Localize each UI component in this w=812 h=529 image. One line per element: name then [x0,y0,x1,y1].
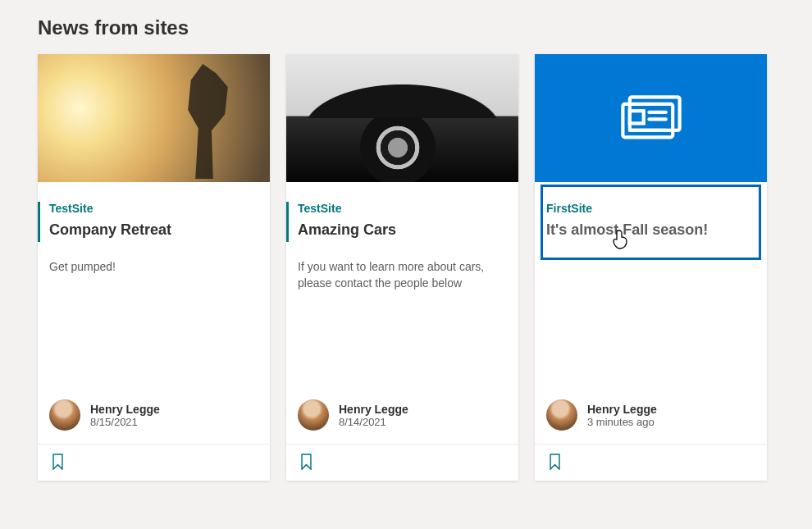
news-icon [620,93,682,143]
site-name-link[interactable]: TestSite [49,202,258,215]
news-card-list: TestSite Company Retreat Get pumped! Hen… [38,54,774,481]
news-card[interactable]: FirstSite It's almost Fall season! Henry… [535,54,767,481]
news-card-image [286,54,518,182]
post-title[interactable]: It's almost Fall season! [546,221,755,239]
avatar[interactable] [49,399,80,431]
news-card-image [535,54,767,182]
avatar[interactable] [546,399,577,431]
section-title: News from sites [38,16,774,39]
news-card[interactable]: TestSite Amazing Cars If you want to lea… [286,54,518,481]
author-name: Henry Legge [339,403,408,416]
author-row: Henry Legge 8/15/2021 [49,399,258,444]
author-row: Henry Legge 3 minutes ago [546,399,755,444]
bookmark-button[interactable] [546,453,563,472]
bookmark-button[interactable] [298,453,314,472]
site-name-link[interactable]: TestSite [298,202,507,215]
bookmark-button[interactable] [49,453,66,472]
author-row: Henry Legge 8/14/2021 [298,399,507,444]
bookmark-icon [549,454,561,472]
news-card-body: TestSite Amazing Cars If you want to lea… [286,182,518,444]
news-card-body: FirstSite It's almost Fall season! Henry… [535,182,767,444]
accent-bar [286,202,289,242]
card-footer [535,444,767,481]
post-description: If you want to learn more about cars, pl… [298,247,507,292]
news-card-body: TestSite Company Retreat Get pumped! Hen… [38,182,270,444]
post-date: 3 minutes ago [587,416,657,428]
post-title[interactable]: Company Retreat [49,221,258,239]
post-title[interactable]: Amazing Cars [298,221,507,239]
post-date: 8/15/2021 [90,416,160,428]
news-card-image [38,54,270,182]
card-footer [38,444,270,481]
post-description [546,247,755,258]
author-name: Henry Legge [90,403,160,416]
bookmark-icon [52,454,64,472]
post-date: 8/14/2021 [339,416,408,428]
avatar[interactable] [298,399,329,431]
site-name-link[interactable]: FirstSite [546,202,755,215]
svg-rect-2 [629,111,643,123]
post-description: Get pumped! [49,247,258,275]
bookmark-icon [300,454,312,472]
accent-bar [38,202,40,242]
author-name: Henry Legge [587,403,657,416]
card-footer [286,444,518,481]
news-card[interactable]: TestSite Company Retreat Get pumped! Hen… [38,54,270,481]
